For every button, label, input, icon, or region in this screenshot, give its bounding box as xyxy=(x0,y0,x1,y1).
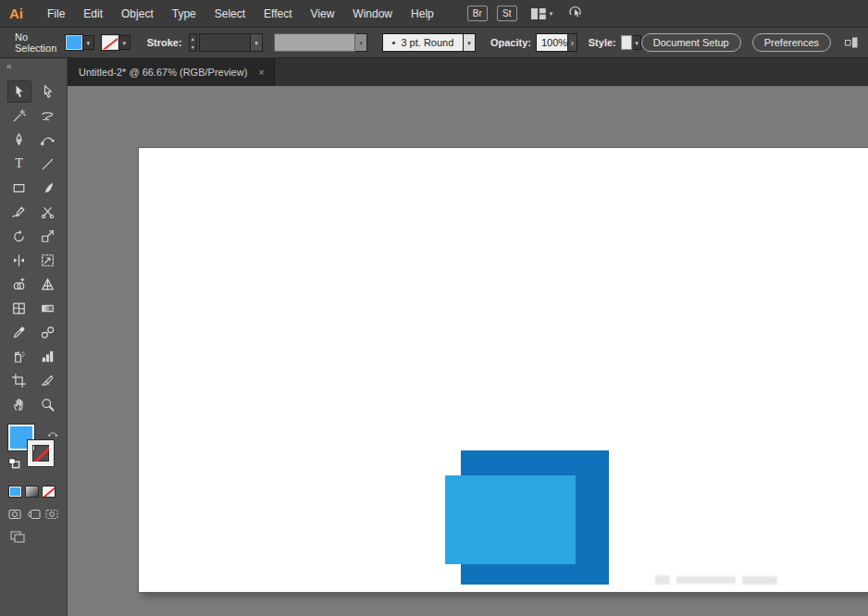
column-graph-tool[interactable] xyxy=(36,345,60,367)
shape-builder-tool-icon xyxy=(11,277,27,292)
magic-wand-tool[interactable] xyxy=(7,105,31,127)
rotate-tool[interactable] xyxy=(7,225,31,247)
menu-edit[interactable]: Edit xyxy=(74,7,112,20)
column-graph-tool-icon xyxy=(40,349,56,364)
dock-panels-button[interactable] xyxy=(844,36,859,49)
stepper-down-icon[interactable]: ▾ xyxy=(190,43,196,51)
direct-selection-tool[interactable] xyxy=(36,80,60,103)
screen-mode-button[interactable] xyxy=(10,531,25,543)
scissors-tool[interactable] xyxy=(36,201,60,223)
stroke-width-value[interactable] xyxy=(199,33,251,52)
shape-builder-tool[interactable] xyxy=(7,273,31,295)
gradient-button[interactable] xyxy=(25,486,39,498)
chevron-down-icon: ▾ xyxy=(86,40,90,46)
workspace-switcher[interactable]: ▾ xyxy=(530,7,553,20)
stock-button[interactable]: St xyxy=(497,6,517,21)
watermark-artifact xyxy=(655,573,812,586)
menu-help[interactable]: Help xyxy=(402,7,443,20)
paint-mode-buttons xyxy=(8,486,67,498)
illustrator-window: Ai File Edit Object Type Select Effect V… xyxy=(0,0,868,616)
shaper-tool-icon xyxy=(11,204,27,220)
symbol-sprayer-tool[interactable] xyxy=(7,345,31,367)
pen-tool[interactable] xyxy=(7,129,31,151)
draw-normal-icon xyxy=(8,509,22,520)
selection-tool[interactable] xyxy=(7,80,31,103)
symbol-sprayer-tool-icon xyxy=(11,349,27,364)
stroke-color-combo[interactable]: ▾ xyxy=(102,33,130,52)
artboard-tool[interactable] xyxy=(7,369,31,391)
fill-color-combo[interactable]: ▾ xyxy=(66,33,94,52)
paintbrush-tool[interactable] xyxy=(36,177,60,199)
gradient-tool[interactable] xyxy=(36,297,60,319)
blend-tool[interactable] xyxy=(36,321,60,343)
eyedropper-tool-icon xyxy=(11,325,27,340)
width-profile-value xyxy=(274,33,355,52)
menu-type[interactable]: Type xyxy=(163,7,205,20)
style-combo-chevron[interactable]: ▾ xyxy=(633,35,640,50)
blend-tool-icon xyxy=(40,325,56,340)
stroke-width-stepper[interactable]: ▴ ▾ xyxy=(189,33,197,52)
menu-select[interactable]: Select xyxy=(205,7,254,20)
document-setup-button[interactable]: Document Setup xyxy=(641,33,741,52)
default-swatches-icon xyxy=(8,458,20,469)
stroke-proxy-swatch[interactable] xyxy=(28,440,54,466)
collapse-panel-button[interactable]: « xyxy=(6,61,10,71)
brush-name: 3 pt. Round xyxy=(401,37,453,48)
shaper-tool[interactable] xyxy=(7,201,31,223)
chevron-down-icon: ▾ xyxy=(359,40,363,46)
preferences-button[interactable]: Preferences xyxy=(752,33,831,52)
none-button[interactable] xyxy=(42,486,56,498)
document-area: Untitled-2* @ 66.67% (RGB/Preview) × xyxy=(68,58,868,616)
document-tab-title: Untitled-2* @ 66.67% (RGB/Preview) xyxy=(79,67,247,78)
free-transform-tool[interactable] xyxy=(36,249,60,271)
type-tool[interactable]: T xyxy=(7,153,31,175)
draw-behind-button[interactable] xyxy=(27,509,41,520)
artwork-rect-light-blue[interactable] xyxy=(445,475,576,564)
canvas-pasteboard[interactable] xyxy=(68,86,868,616)
swap-fill-stroke-button[interactable] xyxy=(47,425,58,442)
curvature-tool[interactable] xyxy=(36,129,60,151)
touch-workspace-button[interactable] xyxy=(567,5,584,23)
zoom-tool-icon xyxy=(40,397,56,413)
fill-color-swatch[interactable] xyxy=(66,35,82,50)
mesh-tool[interactable] xyxy=(7,297,31,319)
opacity-slider-chevron[interactable]: › xyxy=(568,33,577,52)
tab-close-icon[interactable]: × xyxy=(258,68,264,78)
menu-view[interactable]: View xyxy=(302,7,344,20)
hand-tool[interactable] xyxy=(7,393,31,415)
scale-tool[interactable] xyxy=(36,225,60,247)
stroke-color-swatch[interactable] xyxy=(102,35,118,50)
chevron-down-icon: ▾ xyxy=(122,40,126,46)
menu-file[interactable]: File xyxy=(38,7,74,20)
slice-tool-icon xyxy=(40,373,56,388)
none-slash-icon xyxy=(42,486,56,498)
draw-inside-button[interactable] xyxy=(45,509,59,520)
style-swatch[interactable] xyxy=(621,35,633,50)
eyedropper-tool[interactable] xyxy=(7,321,31,343)
zoom-tool[interactable] xyxy=(36,393,60,415)
brush-definition-combo[interactable]: • 3 pt. Round ▾ xyxy=(382,33,476,52)
artboard[interactable] xyxy=(139,148,868,592)
color-button[interactable] xyxy=(8,486,22,498)
scissors-tool-icon xyxy=(40,204,56,220)
stroke-width-combo[interactable]: ▾ xyxy=(199,33,263,52)
document-tab[interactable]: Untitled-2* @ 66.67% (RGB/Preview) × xyxy=(68,58,275,86)
stepper-up-icon[interactable]: ▴ xyxy=(190,34,196,43)
opacity-label: Opacity: xyxy=(490,37,531,48)
menu-window[interactable]: Window xyxy=(343,7,402,20)
bridge-button[interactable]: Br xyxy=(467,6,488,21)
line-segment-tool[interactable] xyxy=(36,153,60,175)
menu-effect[interactable]: Effect xyxy=(254,7,301,20)
menu-object[interactable]: Object xyxy=(112,7,163,20)
rectangle-tool[interactable] xyxy=(7,177,31,199)
control-bar: No Selection ▾ ▾ Stroke: ▴ ▾ ▾ ▾ • 3 pt.… xyxy=(0,28,868,58)
slice-tool[interactable] xyxy=(36,369,60,391)
perspective-grid-tool[interactable] xyxy=(36,273,60,295)
rectangle-tool-icon xyxy=(11,180,27,196)
default-fill-stroke-button[interactable] xyxy=(8,456,20,473)
lasso-tool[interactable] xyxy=(36,105,60,127)
opacity-input[interactable]: 100% xyxy=(536,33,568,52)
draw-normal-button[interactable] xyxy=(8,509,22,520)
width-tool[interactable] xyxy=(7,249,31,271)
type-tool-icon: T xyxy=(15,156,23,171)
